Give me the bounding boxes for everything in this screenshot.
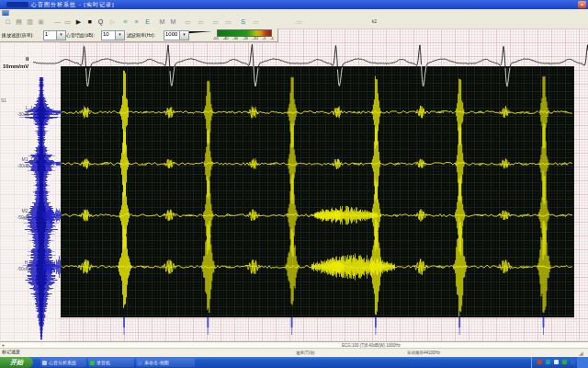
tool4-icon[interactable]: ▭ (223, 17, 233, 27)
save-icon[interactable]: ▥ (25, 17, 35, 27)
copy-icon[interactable]: ▭ (62, 17, 73, 27)
tray-icon-2[interactable] (554, 360, 559, 364)
vu-tick: -30 (233, 36, 239, 40)
ecg-gain-label: 10mm/mV (3, 63, 28, 69)
cursor-icon[interactable]: ▷ (107, 17, 118, 27)
task-button-0[interactable]: 心音分析系统 (40, 358, 86, 367)
title-bar: 心音图分析系统 - [实时记录] × (0, 0, 588, 9)
task-button-2[interactable]: 未命名-画图 (136, 358, 195, 367)
menu-bar (0, 9, 588, 16)
tool3-icon[interactable]: ▭ (210, 17, 220, 27)
tool2-icon[interactable]: ▭ (196, 17, 206, 27)
status2-rate-text: 采样频率44100Hz (407, 351, 440, 355)
taskbar: 开始 心音分析系统录音机未命名-画图 (0, 357, 588, 368)
combo-dropdown-0[interactable]: ▾ (56, 30, 66, 40)
combo-label-1: 心音增益(dB): (66, 32, 95, 38)
vu-tick: -20 (243, 36, 248, 40)
band-label-2: M2_1 (7, 208, 33, 213)
tray-icon-3[interactable] (562, 360, 567, 364)
ecg-lead-label: II (26, 56, 28, 62)
combo-dropdown-1[interactable]: ▾ (115, 30, 125, 40)
taskbar-clock (577, 357, 588, 368)
task-button-icon (90, 361, 95, 365)
window-title: 心音图分析系统 - [实时记录] (31, 1, 115, 8)
vu-tick: -1 (270, 36, 274, 40)
band-db-1: -30dB (4, 163, 29, 168)
print-icon[interactable]: ▣ (36, 17, 46, 27)
vu-tick: -40 (223, 36, 229, 40)
band-label-0: L_1 (7, 105, 33, 110)
tool5-icon[interactable]: ▭ (251, 17, 261, 27)
task-button-label: 心音分析系统 (49, 360, 76, 365)
stop-icon[interactable]: ■ (85, 17, 95, 27)
waveform-plot[interactable] (0, 0, 588, 368)
combo-dropdown-2[interactable]: ▾ (179, 30, 189, 40)
status2-left-text: 标记速度 (2, 349, 20, 354)
start-button[interactable]: 开始 (0, 357, 33, 368)
cut-icon[interactable]: — (52, 17, 62, 27)
open-file-icon[interactable]: ▤ (14, 17, 24, 27)
marker1-icon[interactable]: M (157, 17, 167, 27)
new-file-icon[interactable]: □ (3, 17, 13, 27)
band-label-3: H_1 (7, 259, 33, 265)
loop-icon[interactable]: S (238, 17, 248, 27)
task-button-1[interactable]: 录音机 (88, 358, 134, 367)
task-button-label: 录音机 (96, 360, 110, 365)
vu-scale: -50-40-30-20-10-5-1 (213, 36, 274, 40)
zoom-icon[interactable]: Q (96, 17, 106, 27)
combo-label-0: 播放速度(倍率): (2, 32, 34, 38)
band-db-3: -50dB (4, 266, 29, 271)
tool6-icon[interactable]: ▭ (294, 17, 304, 27)
status2-speed-text: 速度(T)/秒 (296, 351, 315, 355)
tray-icon-0[interactable] (537, 360, 542, 364)
tool1-icon[interactable]: ▭ (183, 17, 193, 27)
task-button-label: 未命名-画图 (144, 360, 169, 365)
task-button-icon (138, 361, 142, 365)
tray-icon-1[interactable] (546, 360, 550, 364)
prev-icon[interactable]: « (120, 17, 130, 27)
s1-label: S1 (1, 98, 6, 103)
playback-controls: -50-40-30-20-10-5-1 播放速度(倍率):1▾心音增益(dB):… (0, 29, 278, 42)
toolbar: □▤▥▣—▭▶■Q▷«»EMM▭▭▭▭S▭▭k2 (0, 16, 588, 29)
band-db-0: -30dB (4, 111, 29, 117)
vu-tick: -50 (213, 36, 219, 40)
band-label-1: M1_1 (7, 156, 33, 162)
play-icon[interactable]: ▶ (74, 17, 84, 27)
vu-tick: -5 (263, 36, 266, 40)
next-icon[interactable]: » (131, 17, 141, 27)
marker2-icon[interactable]: M (168, 17, 178, 27)
note-icon[interactable]: k2 (369, 17, 379, 27)
combo-label-2: 滤波频率(Hz): (127, 32, 155, 38)
vu-tick: -10 (253, 36, 258, 40)
app-icon (6, 2, 28, 7)
resize-grip[interactable]: ◢ (579, 350, 586, 357)
export-icon[interactable]: E (142, 17, 153, 27)
band-db-2: -50dB (4, 214, 29, 220)
tray-icon-4[interactable] (571, 360, 575, 364)
task-button-icon (42, 361, 47, 365)
system-tray[interactable] (531, 357, 588, 368)
close-button[interactable]: × (578, 1, 586, 8)
